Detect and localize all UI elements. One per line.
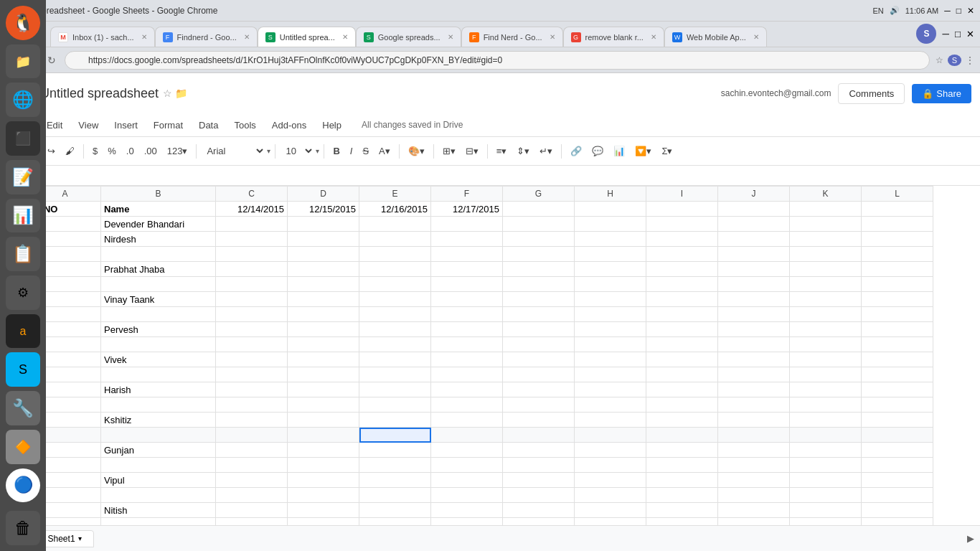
cell-F8[interactable] (431, 307, 503, 322)
cell-B10[interactable] (101, 337, 216, 352)
minimize-window-button[interactable]: ─ (942, 29, 948, 39)
cell-E20[interactable] (359, 488, 431, 503)
cell-K3[interactable] (790, 232, 862, 247)
cell-J19[interactable] (718, 473, 790, 488)
cell-C1[interactable]: 12/14/2015 (216, 202, 288, 217)
cell-C11[interactable] (216, 352, 288, 367)
cell-E19[interactable] (359, 473, 431, 488)
decrease-decimal-button[interactable]: .0 (122, 143, 138, 159)
cell-F14[interactable] (431, 397, 503, 413)
tab-gmail[interactable]: M Inbox (1) - sach... ✕ (50, 27, 155, 47)
amazon-icon[interactable]: a (6, 314, 40, 349)
cell-L10[interactable] (862, 337, 933, 352)
col-header-K[interactable]: K (790, 187, 862, 202)
cell-J10[interactable] (718, 337, 790, 352)
cell-J14[interactable] (718, 397, 790, 413)
cell-L5[interactable] (862, 262, 933, 277)
cell-B18[interactable] (101, 458, 216, 473)
settings-icon[interactable]: 🔧 (6, 391, 40, 425)
cell-G19[interactable] (503, 473, 575, 488)
cell-J4[interactable] (718, 247, 790, 262)
cell-D18[interactable] (288, 458, 359, 473)
cell-L12[interactable] (862, 367, 933, 382)
cell-K9[interactable] (790, 322, 862, 337)
cell-D5[interactable] (288, 262, 359, 277)
cell-H5[interactable] (575, 262, 646, 277)
bookmark-icon[interactable]: ☆ (936, 55, 943, 65)
cell-E8[interactable] (359, 307, 431, 322)
cell-E9[interactable] (359, 322, 431, 337)
cell-C10[interactable] (216, 337, 288, 352)
cell-E12[interactable] (359, 367, 431, 382)
cell-H20[interactable] (575, 488, 646, 503)
cell-I8[interactable] (646, 307, 718, 322)
trash-icon[interactable]: 🗑 (6, 511, 40, 545)
borders-button[interactable]: ⊞▾ (438, 143, 460, 159)
reload-button[interactable]: ↻ (44, 52, 59, 69)
spreadsheet-title[interactable]: Untitled spreadsheet (40, 86, 159, 101)
menu-view[interactable]: View (71, 117, 105, 133)
cell-E13[interactable] (359, 382, 431, 397)
font-family-select[interactable]: Arial (201, 143, 265, 159)
cell-B11[interactable]: Vivek (101, 352, 216, 367)
cell-J17[interactable] (718, 443, 790, 458)
menu-help[interactable]: Help (315, 117, 349, 133)
cell-C14[interactable] (216, 397, 288, 413)
cell-J20[interactable] (718, 488, 790, 503)
cell-K5[interactable] (790, 262, 862, 277)
menu-insert[interactable]: Insert (107, 117, 145, 133)
cell-C7[interactable] (216, 292, 288, 307)
cell-C15[interactable] (216, 413, 288, 428)
cell-I22[interactable] (646, 518, 718, 526)
cell-B5[interactable]: Prabhat Jhaba (101, 262, 216, 277)
browser-icon[interactable]: 🌐 (6, 83, 40, 117)
cell-K10[interactable] (790, 337, 862, 352)
comment-button[interactable]: 💬 (588, 143, 608, 159)
cell-I15[interactable] (646, 413, 718, 428)
cell-C5[interactable] (216, 262, 288, 277)
cell-B16[interactable] (101, 428, 216, 443)
bold-button[interactable]: B (329, 143, 344, 159)
menu-addons[interactable]: Add-ons (265, 117, 314, 133)
cell-H7[interactable] (575, 292, 646, 307)
currency-button[interactable]: $ (88, 143, 102, 159)
cell-G11[interactable] (503, 352, 575, 367)
tab-remove-close[interactable]: ✕ (651, 33, 656, 41)
cell-H15[interactable] (575, 413, 646, 428)
cell-K2[interactable] (790, 217, 862, 232)
cell-H8[interactable] (575, 307, 646, 322)
tab-findnerd2-close[interactable]: ✕ (550, 33, 555, 41)
tab-sheets[interactable]: S Untitled sprea... ✕ (258, 27, 356, 47)
cell-B21[interactable]: Nitish (101, 503, 216, 518)
cell-E22[interactable] (359, 518, 431, 526)
cell-F5[interactable] (431, 262, 503, 277)
cell-J21[interactable] (718, 503, 790, 518)
cell-F20[interactable] (431, 488, 503, 503)
col-header-H[interactable]: H (575, 187, 646, 202)
cell-G15[interactable] (503, 413, 575, 428)
cell-H1[interactable] (575, 202, 646, 217)
cell-D3[interactable] (288, 232, 359, 247)
cell-H6[interactable] (575, 277, 646, 292)
cell-G13[interactable] (503, 382, 575, 397)
cell-J9[interactable] (718, 322, 790, 337)
calc-icon[interactable]: 📊 (6, 199, 40, 233)
cell-B2[interactable]: Devender Bhandari (101, 217, 216, 232)
ubuntu-icon[interactable]: 🐧 (6, 6, 40, 40)
cell-D6[interactable] (288, 277, 359, 292)
font-size-select[interactable]: 10 (280, 143, 314, 159)
cell-F9[interactable] (431, 322, 503, 337)
cell-D8[interactable] (288, 307, 359, 322)
cell-L11[interactable] (862, 352, 933, 367)
cell-E1[interactable]: 12/16/2015 (359, 202, 431, 217)
col-header-J[interactable]: J (718, 187, 790, 202)
cell-H2[interactable] (575, 217, 646, 232)
cell-B3[interactable]: Nirdesh (101, 232, 216, 247)
cell-G12[interactable] (503, 367, 575, 382)
cell-H13[interactable] (575, 382, 646, 397)
cell-J5[interactable] (718, 262, 790, 277)
cell-D9[interactable] (288, 322, 359, 337)
tab-sheets-close[interactable]: ✕ (342, 33, 348, 41)
cell-E7[interactable] (359, 292, 431, 307)
cell-I21[interactable] (646, 503, 718, 518)
